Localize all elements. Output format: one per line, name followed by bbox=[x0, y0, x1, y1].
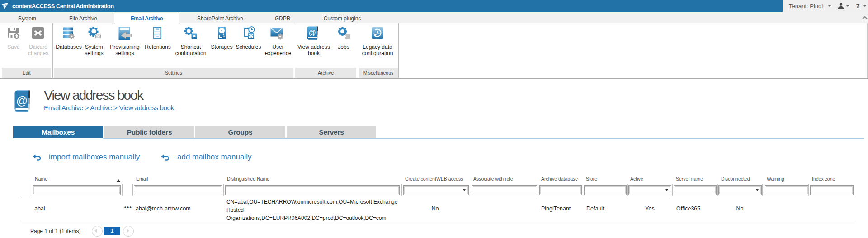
svg-text:@: @ bbox=[308, 29, 316, 37]
svg-text:@: @ bbox=[16, 94, 28, 107]
